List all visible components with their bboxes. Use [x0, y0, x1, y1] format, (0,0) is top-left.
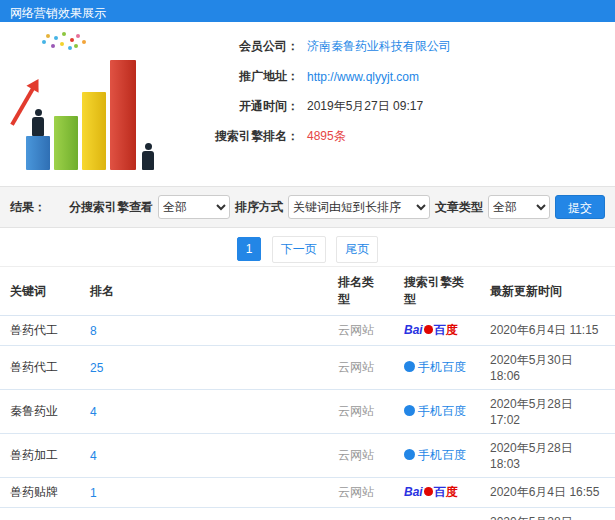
chart-bar	[82, 92, 106, 170]
keyword-cell: 口罩贴牌	[0, 508, 80, 520]
mobile-baidu-icon	[404, 449, 415, 460]
member-company-label: 会员公司：	[187, 38, 299, 55]
update-time-cell: 2020年6月4日 16:55	[480, 478, 615, 508]
update-time-cell: 2020年5月30日 18:06	[480, 346, 615, 390]
confetti-dots	[46, 34, 50, 38]
keyword-cell: 兽药贴牌	[0, 478, 80, 508]
engine-cell: 手机百度	[394, 346, 480, 390]
mobile-baidu-icon	[404, 405, 415, 416]
results-table-body: 兽药代工8云网站Bai百度2020年6月4日 11:15兽药代工25云网站手机百…	[0, 316, 615, 520]
keyword-cell: 兽药代工	[0, 346, 80, 390]
person-silhouette	[31, 109, 45, 136]
update-time-cell: 2020年5月28日 18:03	[480, 434, 615, 478]
last-page-button[interactable]: 尾页	[336, 236, 378, 263]
figure-torso	[32, 117, 44, 136]
figure-torso	[142, 151, 154, 170]
rank-cell: 29	[80, 508, 328, 520]
rank-type-cell: 云网站	[328, 346, 394, 390]
rank-link[interactable]: 4	[90, 449, 97, 463]
engine-cell: Bai百度	[394, 316, 480, 346]
open-time-value: 2019年5月27日 09:17	[307, 98, 423, 115]
article-type-select[interactable]: 全部	[488, 195, 550, 219]
sort-label: 排序方式	[235, 199, 283, 216]
rank-cell: 25	[80, 346, 328, 390]
person-silhouette	[141, 143, 155, 170]
member-company-link[interactable]: 济南秦鲁药业科技有限公司	[307, 38, 451, 55]
update-time-cell: 2020年5月28日 17:02	[480, 390, 615, 434]
rank-cell: 4	[80, 434, 328, 478]
mobile-baidu-logo: 手机百度	[404, 404, 466, 418]
open-time-label: 开通时间：	[187, 98, 299, 115]
table-row: 口罩贴牌29云网站手机百度2020年5月28日 16:55	[0, 508, 615, 520]
filter-bar: 结果： 分搜索引擎查看 全部 排序方式 关键词由短到长排序 文章类型 全部 提交	[0, 186, 615, 228]
table-row: 兽药加工4云网站手机百度2020年5月28日 18:03	[0, 434, 615, 478]
rank-type-cell: 云网站	[328, 478, 394, 508]
chart-bar	[110, 60, 136, 170]
next-page-button[interactable]: 下一页	[272, 236, 326, 263]
submit-button[interactable]: 提交	[555, 195, 605, 219]
engine-cell: Bai百度	[394, 478, 480, 508]
rank-link[interactable]: 4	[90, 405, 97, 419]
baidu-logo: Bai百度	[404, 323, 458, 337]
page-1-button[interactable]: 1	[237, 237, 262, 261]
col-rank: 排名	[80, 267, 328, 316]
table-row: 兽药代工25云网站手机百度2020年5月30日 18:06	[0, 346, 615, 390]
rank-link[interactable]: 8	[90, 324, 97, 338]
rank-cell: 4	[80, 390, 328, 434]
engine-cell: 手机百度	[394, 390, 480, 434]
promo-url-link[interactable]: http://www.qlyyjt.com	[307, 70, 419, 84]
table-row: 兽药贴牌1云网站Bai百度2020年6月4日 16:55	[0, 478, 615, 508]
rank-link[interactable]: 1	[90, 486, 97, 500]
mobile-baidu-icon	[404, 361, 415, 372]
member-info-section: 会员公司： 济南秦鲁药业科技有限公司 推广地址： http://www.qlyy…	[0, 22, 615, 186]
keyword-cell: 秦鲁药业	[0, 390, 80, 434]
results-table: 关键词 排名 排名类型 搜索引擎类型 最新更新时间 兽药代工8云网站Bai百度2…	[0, 266, 615, 520]
engine-rank-label: 搜索引擎排名：	[187, 128, 299, 145]
engine-cell: 手机百度	[394, 508, 480, 520]
rank-type-cell: 云网站	[328, 434, 394, 478]
pagination: 1 下一页 尾页	[0, 228, 615, 266]
title-bar: 网络营销效果展示	[0, 0, 615, 22]
page-title: 网络营销效果展示	[10, 6, 106, 20]
chart-bar	[54, 116, 78, 170]
col-update-time: 最新更新时间	[480, 267, 615, 316]
keyword-cell: 兽药加工	[0, 434, 80, 478]
member-info-fields: 会员公司： 济南秦鲁药业科技有限公司 推广地址： http://www.qlyy…	[187, 30, 603, 180]
sort-select[interactable]: 关键词由短到长排序	[288, 195, 430, 219]
engine-rank-count: 4895条	[307, 128, 346, 145]
rank-type-cell: 云网站	[328, 508, 394, 520]
engine-filter-select[interactable]: 全部	[158, 195, 230, 219]
baidu-paw-icon	[424, 325, 433, 334]
baidu-logo: Bai百度	[404, 485, 458, 499]
page: 网络营销效果展示 会员公司： 济南秦鲁药业科技有限公司 推广地址： http:/…	[0, 0, 615, 520]
col-engine-type: 搜索引擎类型	[394, 267, 480, 316]
rank-type-cell: 云网站	[328, 390, 394, 434]
engine-cell: 手机百度	[394, 434, 480, 478]
rank-cell: 1	[80, 478, 328, 508]
figure-head	[145, 143, 152, 150]
chart-bar	[26, 136, 50, 170]
article-type-label: 文章类型	[435, 199, 483, 216]
col-rank-type: 排名类型	[328, 267, 394, 316]
result-label: 结果：	[10, 199, 46, 216]
table-row: 秦鲁药业4云网站手机百度2020年5月28日 17:02	[0, 390, 615, 434]
table-row: 兽药代工8云网站Bai百度2020年6月4日 11:15	[0, 316, 615, 346]
update-time-cell: 2020年5月28日 16:55	[480, 508, 615, 520]
mobile-baidu-logo: 手机百度	[404, 448, 466, 462]
rank-type-cell: 云网站	[328, 316, 394, 346]
baidu-paw-icon	[424, 487, 433, 496]
mobile-baidu-logo: 手机百度	[404, 360, 466, 374]
update-time-cell: 2020年6月4日 11:15	[480, 316, 615, 346]
promo-url-label: 推广地址：	[187, 68, 299, 85]
rank-link[interactable]: 25	[90, 361, 103, 375]
rank-cell: 8	[80, 316, 328, 346]
engine-filter-label: 分搜索引擎查看	[69, 199, 153, 216]
bar-chart-illustration	[12, 30, 187, 180]
figure-head	[35, 109, 42, 116]
keyword-cell: 兽药代工	[0, 316, 80, 346]
table-header-row: 关键词 排名 排名类型 搜索引擎类型 最新更新时间	[0, 267, 615, 316]
col-keyword: 关键词	[0, 267, 80, 316]
